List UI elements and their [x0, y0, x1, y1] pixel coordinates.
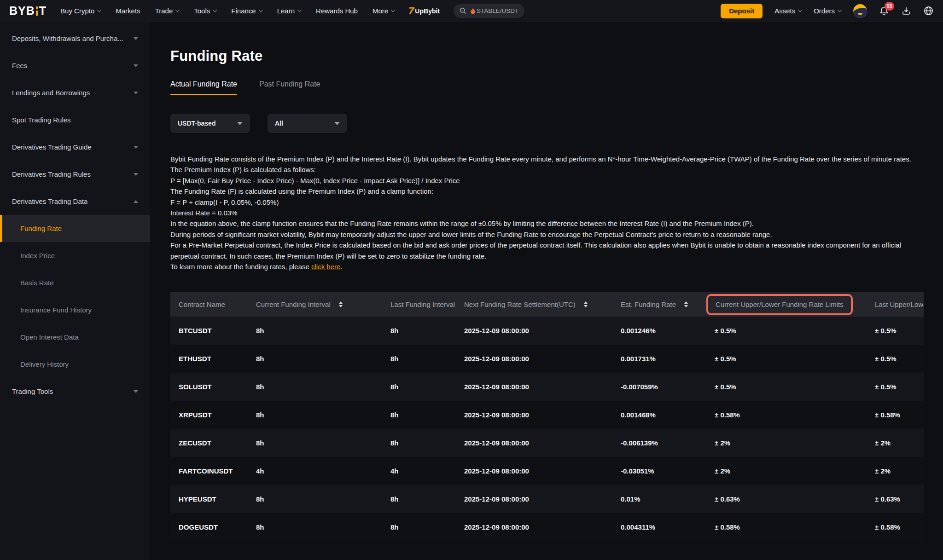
cell-current-upper-lower-limits: ± 2%: [700, 457, 861, 485]
sidebar-subitem-open-interest-data[interactable]: Open Interest Data: [0, 323, 150, 351]
sidebar-subitem-insurance-fund-history[interactable]: Insurance Fund History: [0, 296, 150, 323]
col-current-funding-interval[interactable]: Current Funding Interval: [249, 292, 383, 317]
cell-current-upper-lower-limits: ± 0.5%: [700, 373, 861, 401]
chevron-down-icon: [134, 92, 138, 94]
nav-item-upbybit[interactable]: 7 UpBybit: [408, 6, 440, 16]
chevron-down-icon: [134, 146, 138, 149]
logo-text-post: T: [39, 4, 47, 17]
nav-item-rewards-hub[interactable]: Rewards Hub: [316, 7, 358, 15]
notifications-button[interactable]: 55: [879, 6, 889, 16]
sidebar-item-derivatives-trading-data[interactable]: Derivatives Trading Data: [0, 188, 150, 215]
sidebar-item-label: Spot Trading Rules: [12, 116, 71, 124]
cell-last-funding-interval: 8h: [383, 401, 457, 429]
sidebar-subitem-basis-rate[interactable]: Basis Rate: [0, 269, 150, 296]
sort-icon[interactable]: [584, 301, 588, 307]
cell-last-upper-lower-limits: ± 0.63%: [861, 485, 924, 513]
deposit-button[interactable]: Deposit: [721, 4, 763, 18]
sidebar-subitem-label: Insurance Fund History: [20, 306, 92, 314]
search-value: STABLE/USDT: [477, 7, 518, 14]
click-here-link[interactable]: click here: [311, 263, 340, 271]
sidebar-subitem-label: Index Price: [20, 252, 55, 260]
main-content: Funding Rate Actual Funding Rate Past Fu…: [150, 22, 943, 560]
nav-item-assets[interactable]: Assets: [774, 7, 802, 15]
nav-item-markets[interactable]: Markets: [116, 7, 140, 15]
cell-contract-name: ZECUSDT: [170, 429, 249, 457]
sort-icon[interactable]: [339, 301, 343, 307]
nav-menu: Buy CryptoMarketsTradeToolsFinanceLearnR…: [60, 7, 395, 15]
nav-item-trade[interactable]: Trade: [155, 7, 180, 15]
contract-filter-select[interactable]: All: [268, 114, 347, 133]
nav-item-learn[interactable]: Learn: [277, 7, 301, 15]
download-app-button[interactable]: [901, 6, 911, 16]
avatar-visor: [853, 6, 867, 17]
chevron-down-icon: [175, 8, 180, 12]
sidebar-subitem-delivery-history[interactable]: Delivery History: [0, 351, 150, 378]
cell-next-funding-rate-settlement: 2025-12-09 08:00:00: [457, 485, 613, 513]
cell-last-upper-lower-limits: ± 2%: [861, 457, 924, 485]
sidebar-item-label: Derivatives Trading Data: [12, 197, 87, 205]
cell-current-upper-lower-limits: ± 0.5%: [700, 317, 861, 345]
nav-item-orders[interactable]: Orders: [814, 7, 841, 15]
nav-item-label: More: [373, 7, 388, 15]
description-line: Bybit Funding Rate consists of the Premi…: [170, 154, 924, 164]
nav-item-more[interactable]: More: [373, 7, 395, 15]
table-head: Contract NameCurrent Funding IntervalLas…: [170, 292, 924, 317]
sidebar-subitem-funding-rate[interactable]: Funding Rate: [0, 215, 150, 242]
chevron-down-icon: [391, 8, 396, 12]
sidebar-subitem-index-price[interactable]: Index Price: [0, 242, 150, 269]
sort-icon[interactable]: [684, 301, 688, 307]
col-last-upper-lower-limits: Last Upper/Lower Funding Rate Limits: [861, 292, 924, 317]
sidebar-item-fees[interactable]: Fees: [0, 52, 150, 79]
nav-item-tools[interactable]: Tools: [194, 7, 216, 15]
sidebar-item-lendings-and-borrowings[interactable]: Lendings and Borrowings: [0, 79, 150, 106]
chevron-down-icon: [297, 8, 302, 12]
table-row: HYPEUSDT8h8h2025-12-09 08:00:000.01%± 0.…: [170, 485, 924, 513]
cell-last-funding-interval: 8h: [383, 429, 457, 457]
cell-current-funding-interval: 8h: [249, 485, 383, 513]
download-icon: [901, 6, 911, 16]
col-last-funding-interval: Last Funding Interval: [383, 292, 457, 317]
contract-filter-value: All: [275, 120, 283, 127]
search-input[interactable]: STABLE/USDT: [454, 4, 524, 18]
tab-actual-funding-rate[interactable]: Actual Funding Rate: [170, 80, 237, 95]
sidebar-item-derivatives-trading-rules[interactable]: Derivatives Trading Rules: [0, 161, 150, 188]
cell-contract-name: XRPUSDT: [170, 401, 249, 429]
bybit-logo[interactable]: BYBT: [9, 4, 47, 17]
page-title: Funding Rate: [170, 48, 924, 64]
nav-item-finance[interactable]: Finance: [231, 7, 262, 15]
cell-next-funding-rate-settlement: 2025-12-09 08:00:00: [457, 401, 613, 429]
cell-est-funding-rate: -0.03051%: [613, 457, 700, 485]
table-row: DOGEUSDT8h8h2025-12-09 08:00:000.004311%…: [170, 513, 924, 541]
nav-item-buy-crypto[interactable]: Buy Crypto: [60, 7, 101, 15]
cell-contract-name: DOGEUSDT: [170, 513, 249, 541]
column-label: Last Upper/Lower Funding Rate Limits: [875, 300, 924, 308]
avatar[interactable]: [853, 4, 867, 18]
col-est-funding-rate[interactable]: Est. Funding Rate: [613, 292, 700, 317]
chevron-down-icon: [134, 64, 138, 67]
sidebar-item-deposits-withdrawals-and-purcha[interactable]: Deposits, Withdrawals and Purcha...: [0, 25, 150, 52]
description-line: P = [Max(0, Fair Buy Price - Index Price…: [170, 175, 924, 186]
chevron-down-icon: [258, 8, 263, 12]
cell-current-funding-interval: 8h: [249, 345, 383, 373]
chevron-down-icon: [213, 8, 217, 12]
tab-past-funding-rate[interactable]: Past Funding Rate: [259, 80, 320, 95]
margin-type-select[interactable]: USDT-based: [170, 114, 250, 133]
sidebar-item-derivatives-trading-guide[interactable]: Derivatives Trading Guide: [0, 133, 150, 161]
sidebar-item-spot-trading-rules[interactable]: Spot Trading Rules: [0, 106, 150, 133]
funding-rate-table: Contract NameCurrent Funding IntervalLas…: [170, 292, 924, 541]
nav-item-label: Trade: [155, 7, 173, 15]
sidebar-item-label: Deposits, Withdrawals and Purcha...: [12, 35, 123, 42]
cell-last-upper-lower-limits: ± 0.58%: [861, 513, 924, 541]
nav-item-label: Rewards Hub: [316, 7, 358, 15]
cell-contract-name: BTCUSDT: [170, 317, 249, 345]
cell-last-funding-interval: 8h: [383, 317, 457, 345]
description: Bybit Funding Rate consists of the Premi…: [170, 154, 924, 261]
cell-next-funding-rate-settlement: 2025-12-09 08:00:00: [457, 373, 613, 401]
cell-last-funding-interval: 8h: [383, 373, 457, 401]
top-navbar: BYBT Buy CryptoMarketsTradeToolsFinanceL…: [0, 0, 943, 22]
col-next-funding-rate-settlement[interactable]: Next Funding Rate Settlement(UTC): [457, 292, 613, 317]
cell-contract-name: SOLUSDT: [170, 373, 249, 401]
language-button[interactable]: [923, 6, 934, 16]
sidebar-item-trading-tools[interactable]: Trading Tools: [0, 378, 150, 405]
description-line: During periods of significant market vol…: [170, 229, 924, 240]
